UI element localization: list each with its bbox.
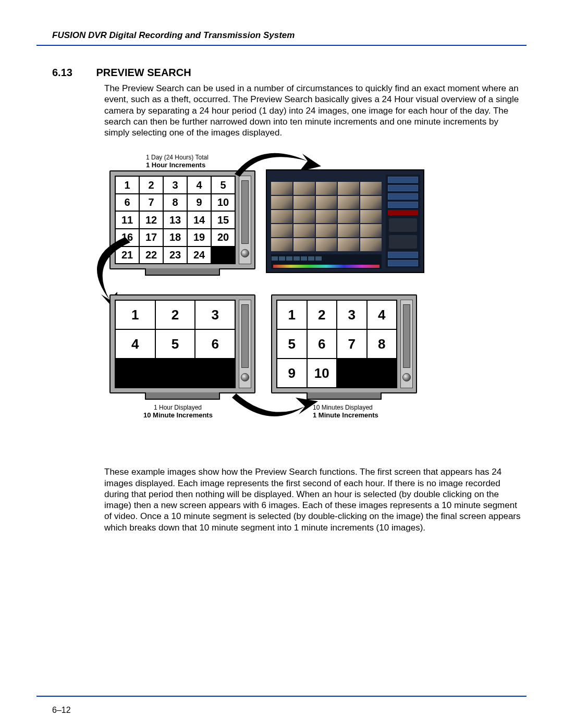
grid-cell: 4 bbox=[187, 176, 211, 194]
grid-cell: 8 bbox=[367, 329, 397, 359]
grid-cell: 17 bbox=[139, 229, 163, 246]
grid-cell: 9 bbox=[187, 194, 211, 212]
grid-cell: 3 bbox=[337, 300, 367, 329]
grid-cell: 3 bbox=[195, 300, 235, 329]
running-header: FUSION DVR Digital Recording and Transmi… bbox=[36, 21, 527, 44]
grid-cell: 7 bbox=[337, 329, 367, 359]
caption-right-bold: 1 Minute Increments bbox=[313, 411, 378, 419]
grid-cell: 11 bbox=[115, 211, 139, 229]
section-number: 6.13 bbox=[36, 67, 94, 79]
grid-cell: 6 bbox=[307, 329, 337, 359]
caption-left-small: 1 Hour Displayed bbox=[154, 404, 202, 411]
grid-cell bbox=[367, 359, 397, 388]
arrow-hour-to-minute bbox=[222, 393, 315, 430]
caption-right-small: 10 Minutes Displayed bbox=[313, 404, 373, 411]
grid-cell: 6 bbox=[115, 194, 139, 212]
monitor-minute: 12345678910 bbox=[271, 294, 417, 393]
grid-cell: 15 bbox=[211, 211, 235, 229]
grid-cell: 6 bbox=[195, 329, 235, 359]
grid-cell: 23 bbox=[163, 246, 187, 264]
grid-cell bbox=[337, 359, 367, 388]
paragraph-2: These example images show how the Previe… bbox=[104, 466, 521, 533]
grid-cell bbox=[155, 359, 195, 388]
top-rule bbox=[36, 45, 527, 46]
grid-cell bbox=[195, 359, 235, 388]
grid-cell: 2 bbox=[139, 176, 163, 194]
grid-cell: 12 bbox=[139, 211, 163, 229]
grid-cell: 24 bbox=[187, 246, 211, 264]
grid-cell: 18 bbox=[163, 229, 187, 246]
grid-cell: 22 bbox=[139, 246, 163, 264]
section-heading: 6.13 PREVIEW SEARCH bbox=[36, 67, 527, 79]
grid-cell: 8 bbox=[163, 194, 187, 212]
grid-cell: 9 bbox=[277, 359, 307, 388]
caption-left-bold: 10 Minute Increments bbox=[143, 411, 213, 419]
preview-search-figure: 1 Day (24 Hours) Total 1 Hour Increments… bbox=[104, 154, 480, 446]
bottom-rule bbox=[36, 696, 527, 697]
caption-top-bold: 1 Hour Increments bbox=[146, 161, 205, 169]
grid-cell: 5 bbox=[277, 329, 307, 359]
grid-cell: 20 bbox=[211, 229, 235, 246]
grid-cell: 4 bbox=[115, 329, 155, 359]
grid-cell: 1 bbox=[115, 176, 139, 194]
dvr-app-screenshot bbox=[266, 169, 424, 273]
grid-cell: 5 bbox=[155, 329, 195, 359]
app-thumbnail-grid bbox=[271, 182, 382, 251]
grid-cell bbox=[211, 246, 235, 264]
grid-cell bbox=[115, 359, 155, 388]
grid-cell: 10 bbox=[307, 359, 337, 388]
grid-cell: 10 bbox=[211, 194, 235, 212]
grid-cell: 19 bbox=[187, 229, 211, 246]
paragraph-1: The Preview Search can be used in a numb… bbox=[104, 83, 521, 138]
grid-cell: 13 bbox=[163, 211, 187, 229]
grid-cell: 4 bbox=[367, 300, 397, 329]
grid-cell: 2 bbox=[307, 300, 337, 329]
app-side-panel bbox=[386, 175, 420, 268]
caption-top-small: 1 Day (24 Hours) Total bbox=[146, 154, 209, 161]
monitor-hour: 123456 bbox=[109, 294, 255, 393]
grid-cell: 7 bbox=[139, 194, 163, 212]
grid-cell: 1 bbox=[115, 300, 155, 329]
grid-cell: 1 bbox=[277, 300, 307, 329]
grid-cell: 3 bbox=[163, 176, 187, 194]
section-title: PREVIEW SEARCH bbox=[96, 67, 191, 79]
page-number: 6–12 bbox=[52, 706, 71, 715]
grid-cell: 14 bbox=[187, 211, 211, 229]
app-bottom-bar bbox=[271, 254, 382, 269]
grid-cell: 2 bbox=[155, 300, 195, 329]
